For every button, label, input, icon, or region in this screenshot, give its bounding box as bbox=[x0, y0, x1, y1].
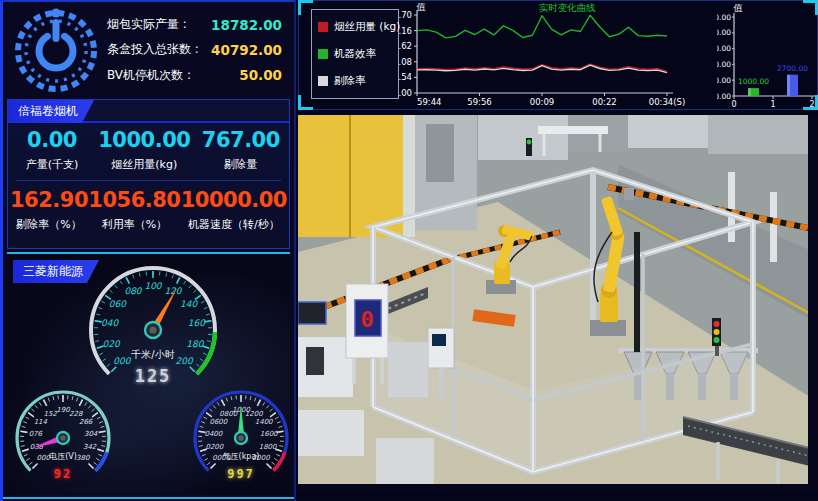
svg-text:125: 125 bbox=[135, 366, 172, 386]
svg-text:8000.00: 8000.00 bbox=[717, 28, 731, 37]
svg-text:4187.70: 4187.70 bbox=[399, 10, 412, 20]
stat-package-output: 烟包实际产量 : 18782.00 bbox=[107, 16, 282, 33]
metric-machine-speed: 10000.00 机器速度（转/秒） bbox=[181, 188, 287, 232]
corner-accent bbox=[298, 95, 313, 110]
svg-text:00:22: 00:22 bbox=[592, 97, 617, 107]
metric-row-2: 162.90 剔除率（%） 1056.80 利用率（%） 10000.00 机器… bbox=[8, 183, 289, 234]
vehicle-gauge-panel: 三菱新能源 000020040060080100120140160180200千… bbox=[7, 252, 290, 495]
usage-bar-chart: 0.002000.004000.006000.008000.0010000.00… bbox=[717, 1, 817, 109]
svg-text:228: 228 bbox=[69, 410, 83, 418]
svg-text:180: 180 bbox=[186, 339, 204, 349]
metric-reject-rate: 162.90 剔除率（%） bbox=[10, 188, 88, 232]
svg-text:000: 000 bbox=[113, 356, 131, 366]
machine-block bbox=[478, 112, 568, 160]
svg-text:200: 200 bbox=[176, 356, 194, 366]
white-table bbox=[538, 126, 608, 134]
power-emblem-icon bbox=[10, 4, 102, 96]
corner-accent bbox=[298, 0, 313, 15]
svg-text:0600: 0600 bbox=[209, 418, 227, 426]
svg-text:080: 080 bbox=[124, 286, 142, 296]
svg-text:1000.00: 1000.00 bbox=[738, 77, 769, 86]
legend-label: 机器效率 bbox=[334, 47, 376, 61]
svg-text:值: 值 bbox=[733, 3, 743, 13]
machine-block bbox=[628, 112, 708, 148]
svg-text:380: 380 bbox=[76, 454, 90, 462]
metric-value: 0.00 bbox=[10, 128, 94, 152]
svg-text:0.00: 0.00 bbox=[717, 92, 731, 101]
svg-text:1: 1 bbox=[770, 100, 775, 109]
svg-text:1675.08: 1675.08 bbox=[399, 57, 412, 67]
svg-text:2512.62: 2512.62 bbox=[399, 41, 412, 51]
metric-value: 162.90 bbox=[10, 188, 88, 212]
svg-text:304: 304 bbox=[84, 430, 98, 438]
factory-dashboard: 烟包实际产量 : 18782.00 条盒投入总张数 : 40792.00 BV机… bbox=[0, 0, 818, 501]
svg-text:4000.00: 4000.00 bbox=[717, 60, 731, 69]
factory-3d-view[interactable]: 0 bbox=[298, 112, 818, 492]
svg-text:0: 0 bbox=[731, 100, 736, 109]
stat-value: 50.00 bbox=[239, 67, 282, 83]
legend-label: 剔除率 bbox=[334, 74, 366, 88]
legend-label: 烟丝用量 (kg) bbox=[334, 20, 400, 34]
workbench bbox=[298, 410, 364, 456]
svg-text:2700.00: 2700.00 bbox=[777, 64, 808, 73]
stat-label: 条盒投入总张数 : bbox=[107, 41, 199, 58]
svg-text:1200: 1200 bbox=[245, 410, 263, 418]
factory-scene-illustration: 0 bbox=[298, 112, 818, 492]
svg-text:59:44: 59:44 bbox=[417, 97, 442, 107]
svg-text:040: 040 bbox=[101, 318, 119, 328]
metric-utilization: 1056.80 利用率（%） bbox=[88, 188, 181, 232]
metric-row-1: 0.00 产量(千支) 1000.00 烟丝用量(kg) 767.00 剔除量 bbox=[8, 123, 289, 174]
stat-value: 40792.00 bbox=[211, 42, 282, 58]
svg-text:020: 020 bbox=[103, 339, 121, 349]
svg-text:千米/小时: 千米/小时 bbox=[130, 349, 174, 360]
stat-label: BV机停机次数 : bbox=[107, 67, 191, 84]
svg-text:0.00: 0.00 bbox=[399, 88, 412, 98]
production-stats: 烟包实际产量 : 18782.00 条盒投入总张数 : 40792.00 BV机… bbox=[5, 4, 292, 96]
corner-accent bbox=[803, 95, 818, 110]
machine-box bbox=[388, 342, 428, 397]
metric-label: 机器速度（转/秒） bbox=[181, 217, 287, 232]
svg-text:1400: 1400 bbox=[255, 418, 273, 426]
counter-display-value: 0 bbox=[360, 307, 375, 332]
metric-label: 利用率（%） bbox=[88, 217, 181, 232]
legend-item-efficiency: 机器效率 bbox=[318, 47, 392, 61]
stat-label: 烟包实际产量 : bbox=[107, 16, 187, 33]
svg-text:59:56: 59:56 bbox=[467, 97, 492, 107]
legend-swatch-red bbox=[318, 22, 328, 32]
metric-value: 767.00 bbox=[195, 128, 287, 152]
svg-text:电压(V): 电压(V) bbox=[49, 452, 77, 461]
svg-text:10000.00: 10000.00 bbox=[717, 13, 731, 22]
metric-tobacco-used: 1000.00 烟丝用量(kg) bbox=[94, 128, 195, 172]
svg-text:342: 342 bbox=[83, 443, 97, 451]
voltage-gauge: 000038076114152190228266304342380电压(V)92 bbox=[7, 386, 121, 492]
metric-label: 烟丝用量(kg) bbox=[94, 157, 195, 172]
metric-divider bbox=[16, 180, 281, 181]
legend-swatch-white bbox=[318, 76, 328, 86]
svg-text:140: 140 bbox=[180, 299, 198, 309]
workbench bbox=[376, 438, 434, 486]
stat-value: 18782.00 bbox=[211, 17, 282, 33]
legend-item-reject: 剔除率 bbox=[318, 74, 392, 88]
chart-legend: 烟丝用量 (kg) 机器效率 剔除率 bbox=[311, 9, 399, 99]
svg-text:2000.00: 2000.00 bbox=[717, 76, 731, 85]
metric-rejected: 767.00 剔除量 bbox=[195, 128, 287, 172]
stat-bv-downtime: BV机停机次数 : 50.00 bbox=[107, 67, 282, 84]
svg-text:气压(kpa): 气压(kpa) bbox=[223, 452, 260, 461]
metric-value: 1000.00 bbox=[94, 128, 195, 152]
company-logo bbox=[5, 4, 107, 96]
svg-text:6000.00: 6000.00 bbox=[717, 44, 731, 53]
legend-swatch-green bbox=[318, 49, 328, 59]
svg-text:值: 值 bbox=[416, 2, 426, 12]
cigarette-machine-panel: 倍福卷烟机 0.00 产量(千支) 1000.00 烟丝用量(kg) 767.0… bbox=[7, 99, 290, 249]
metric-label: 剔除率（%） bbox=[10, 217, 88, 232]
pressure-gauge: 0000020004000600080010001200140016001800… bbox=[183, 386, 290, 492]
svg-text:92: 92 bbox=[54, 467, 72, 481]
svg-text:实时变化曲线: 实时变化曲线 bbox=[539, 2, 597, 13]
metric-label: 剔除量 bbox=[195, 157, 287, 172]
svg-text:266: 266 bbox=[79, 418, 93, 426]
svg-text:0400: 0400 bbox=[204, 430, 222, 438]
stat-carton-input: 条盒投入总张数 : 40792.00 bbox=[107, 41, 282, 58]
svg-text:997: 997 bbox=[227, 467, 255, 481]
svg-text:114: 114 bbox=[34, 418, 48, 426]
metric-value: 10000.00 bbox=[181, 188, 287, 212]
